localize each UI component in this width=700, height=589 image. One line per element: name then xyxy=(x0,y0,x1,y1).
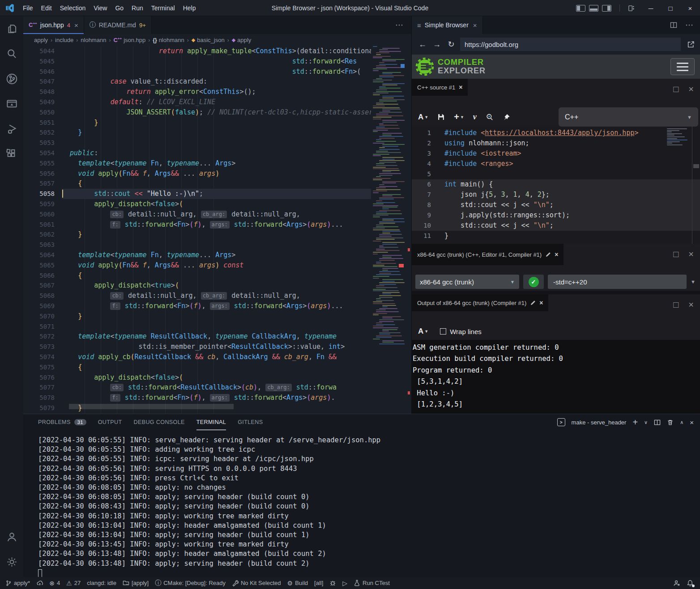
add-icon[interactable]: +▼ xyxy=(454,112,464,122)
godbolt-source-editor[interactable]: 1#include <https://localhost:8443/apply/… xyxy=(412,127,700,244)
horizontal-scrollbar[interactable] xyxy=(69,404,234,409)
compiler-pane-tab[interactable]: x86-64 gcc (trunk) (C++, Editor #1, Comp… xyxy=(412,244,563,265)
close-button[interactable]: × xyxy=(680,0,700,16)
panel-tab-debug-console[interactable]: DEBUG CONSOLE xyxy=(134,414,185,430)
new-terminal-icon[interactable]: + xyxy=(632,417,638,428)
statusbar-item-4[interactable]: ⊗4 xyxy=(49,580,60,587)
statusbar-item[interactable] xyxy=(673,580,680,587)
reload-icon[interactable]: ↻ xyxy=(446,39,457,49)
scrollbar-thumb[interactable] xyxy=(693,164,699,168)
statusbar-item[interactable] xyxy=(36,580,43,586)
maximize-panel-icon[interactable]: ∧ xyxy=(680,420,683,425)
font-size-icon[interactable]: A▼ xyxy=(418,327,428,336)
editor-actions-more-icon[interactable]: ⋯ xyxy=(395,16,411,34)
statusbar-item-cmake-debug-ready[interactable]: ⓘCMake: [Debug]: Ready xyxy=(155,579,226,587)
test-explorer-icon[interactable] xyxy=(0,91,23,116)
menu-view[interactable]: View xyxy=(90,3,111,13)
open-external-icon[interactable] xyxy=(687,41,695,48)
statusbar-item-clangd-idle[interactable]: clangd: idle xyxy=(87,580,116,586)
account-icon[interactable] xyxy=(0,524,23,549)
statusbar-item--all-[interactable]: [all] xyxy=(314,580,323,586)
maximize-pane-icon[interactable]: □ xyxy=(673,85,679,93)
zoom-search-icon[interactable] xyxy=(486,113,494,121)
explorer-icon[interactable] xyxy=(0,16,23,41)
breadcrumb-item[interactable]: apply xyxy=(34,37,48,43)
terminal-title[interactable]: make - serve_header xyxy=(572,419,627,426)
statusbar-item--apply-[interactable]: [apply] xyxy=(123,580,149,586)
maximize-pane-icon[interactable]: □ xyxy=(673,250,679,258)
minimize-button[interactable]: ─ xyxy=(641,0,661,16)
source-control-icon[interactable] xyxy=(0,66,23,91)
customize-layout-icon[interactable] xyxy=(628,5,635,12)
source-pane-tab[interactable]: C++ source #1 × xyxy=(412,79,468,96)
hamburger-menu-icon[interactable] xyxy=(670,58,695,75)
options-dropdown-icon[interactable]: ▼ xyxy=(691,279,696,284)
statusbar-item-no-kit-selected[interactable]: No Kit Selected xyxy=(232,580,281,586)
toggle-panel-icon[interactable] xyxy=(589,5,598,12)
minimap[interactable] xyxy=(371,46,405,414)
wrap-lines-checkbox[interactable]: Wrap lines xyxy=(440,328,482,335)
close-panel-icon[interactable]: × xyxy=(690,419,694,426)
breadcrumb-item[interactable]: C++json.hpp xyxy=(113,37,145,43)
output-pane-tab[interactable]: Output of x86-64 gcc (trunk) (Compiler #… xyxy=(412,294,548,311)
tab-readme-md[interactable]: ⓘ README.md 9+ xyxy=(84,16,152,34)
statusbar-item-run-ctest[interactable]: Run CTest xyxy=(354,580,390,586)
breadcrumb-item[interactable]: nlohmann xyxy=(81,37,106,43)
search-icon[interactable] xyxy=(0,41,23,66)
tab-simple-browser[interactable]: ≡ Simple Browser × xyxy=(412,16,483,34)
close-pane-icon[interactable]: × xyxy=(688,85,694,93)
menu-run[interactable]: Run xyxy=(128,3,147,13)
overview-ruler[interactable] xyxy=(405,46,411,414)
menu-file[interactable]: File xyxy=(19,3,37,13)
toggle-sidebar-icon[interactable] xyxy=(576,5,585,12)
menu-terminal[interactable]: Terminal xyxy=(147,3,179,13)
terminal-output[interactable]: [2022-04-30 06:05:55] INFO: serve_header… xyxy=(23,430,700,577)
vim-mode-icon[interactable]: v xyxy=(473,112,477,122)
maximize-pane-icon[interactable]: □ xyxy=(673,300,679,309)
rename-pane-icon[interactable] xyxy=(530,300,536,306)
statusbar-item[interactable] xyxy=(687,580,694,587)
panel-tab-output[interactable]: OUTPUT xyxy=(98,414,122,430)
menu-selection[interactable]: Selection xyxy=(56,3,90,13)
panel-tab-terminal[interactable]: TERMINAL xyxy=(196,414,226,430)
statusbar-item-27[interactable]: ⚠27 xyxy=(66,580,81,587)
close-pane-icon[interactable]: × xyxy=(688,250,694,258)
compiler-select[interactable]: x86-64 gcc (trunk) ▼ xyxy=(415,275,519,289)
language-select[interactable]: C++ ▼ xyxy=(559,107,698,127)
panel-tab-gitlens[interactable]: GITLENS xyxy=(238,414,263,430)
more-actions-icon[interactable]: ⋯ xyxy=(685,20,694,30)
statusbar-item-apply-[interactable]: apply* xyxy=(5,580,30,586)
statusbar-item[interactable]: ▷ xyxy=(342,580,347,587)
back-icon[interactable]: ← xyxy=(417,40,428,49)
extensions-icon[interactable] xyxy=(0,141,23,166)
breadcrumb-item[interactable]: {}nlohmann xyxy=(153,37,184,43)
toggle-secondary-sidebar-icon[interactable] xyxy=(602,5,611,12)
split-editor-icon[interactable] xyxy=(670,21,677,29)
split-terminal-icon[interactable] xyxy=(654,419,661,426)
tab-json-hpp[interactable]: C++ json.hpp 4 × xyxy=(23,16,84,34)
menu-go[interactable]: Go xyxy=(111,3,128,13)
close-tab-icon[interactable]: × xyxy=(74,21,78,29)
settings-gear-icon[interactable] xyxy=(0,549,23,574)
breadcrumb-item[interactable]: ◆apply xyxy=(232,37,252,43)
close-pane-icon[interactable]: × xyxy=(555,251,558,258)
font-size-icon[interactable]: A▼ xyxy=(418,113,428,122)
maximize-button[interactable]: □ xyxy=(661,0,680,16)
close-pane-icon[interactable]: × xyxy=(539,299,543,306)
forward-icon[interactable]: → xyxy=(431,40,442,49)
menu-edit[interactable]: Edit xyxy=(37,3,56,13)
statusbar-item-build[interactable]: ⚙Build xyxy=(287,580,308,587)
compiler-options-input[interactable]: -std=c++20 xyxy=(548,275,687,289)
url-input[interactable] xyxy=(460,38,681,51)
save-icon[interactable] xyxy=(437,113,445,121)
panel-tab-problems[interactable]: PROBLEMS31 xyxy=(38,414,86,430)
breadcrumb-item[interactable]: ◆basic_json xyxy=(192,37,225,43)
close-tab-icon[interactable]: × xyxy=(473,21,477,29)
breadcrumb-item[interactable]: include xyxy=(55,37,73,43)
close-pane-icon[interactable]: × xyxy=(688,300,694,309)
code-editor[interactable]: 5044 return apply_make_tuple<ConstThis>(… xyxy=(23,46,411,414)
close-pane-icon[interactable]: × xyxy=(459,84,462,91)
rename-pane-icon[interactable] xyxy=(545,252,551,258)
menu-help[interactable]: Help xyxy=(179,3,200,13)
statusbar-item[interactable] xyxy=(329,580,336,586)
